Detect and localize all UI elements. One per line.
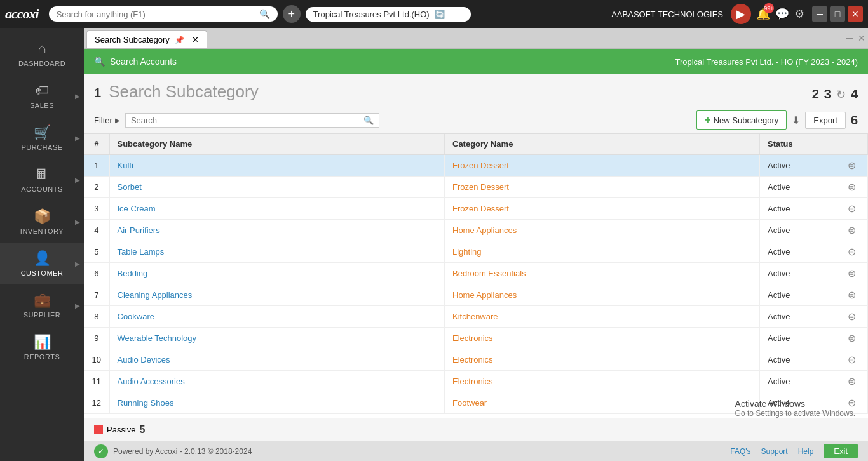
table-row[interactable]: 3 Ice Cream Frozen Dessert Active ⊜ [84,198,868,220]
table-row[interactable]: 11 Audio Accessories Electronics Active … [84,371,868,392]
cell-actions[interactable]: ⊜ [836,328,868,349]
tab-search-subcategory[interactable]: Search Subcategory 📌 ✕ [86,30,207,48]
cell-actions[interactable]: ⊜ [836,392,868,414]
row-menu-icon[interactable]: ⊜ [848,203,856,214]
cell-subcategory[interactable]: Audio Accessories [109,371,445,392]
table-search-wrap[interactable]: 🔍 [125,113,379,128]
row-menu-icon[interactable]: ⊜ [848,290,856,300]
sidebar-item-customer[interactable]: 👤 CUSTOMER ▶ [0,243,84,284]
refresh-page-icon[interactable]: ↻ [836,88,846,102]
cell-actions[interactable]: ⊜ [836,220,868,241]
search-accounts-btn[interactable]: 🔍 Search Accounts [94,57,177,67]
chat-icon[interactable]: 💬 [775,7,789,21]
table-row[interactable]: 4 Air Purifiers Home Appliances Active ⊜ [84,220,868,241]
help-link[interactable]: Help [798,447,814,456]
cell-actions[interactable]: ⊜ [836,154,868,177]
sidebar-label-dashboard: DASHBOARD [18,60,65,67]
cell-actions[interactable]: ⊜ [836,263,868,284]
cell-category[interactable]: Kitchenware [445,306,760,328]
minimize-button[interactable]: ─ [812,6,827,22]
sidebar-item-inventory[interactable]: 📦 INVENTORY ▶ [0,201,84,243]
export-button[interactable]: Export [805,112,846,129]
row-menu-icon[interactable]: ⊜ [848,376,856,387]
download-icon[interactable]: ⬇ [792,114,800,126]
cell-actions[interactable]: ⊜ [836,198,868,220]
settings-icon[interactable]: ⚙ [794,7,804,21]
cell-category[interactable]: Electronics [445,349,760,371]
cell-subcategory[interactable]: Ice Cream [109,198,445,220]
table-row[interactable]: 7 Cleaning Appliances Home Appliances Ac… [84,284,868,306]
tutorial-num-1: 1 [94,86,101,100]
faqs-link[interactable]: FAQ's [730,447,750,456]
company-selector[interactable]: Tropical Treasures Pvt Ltd.(HO) 🔄 [306,7,471,22]
global-search-input[interactable] [57,10,255,19]
cell-subcategory[interactable]: Sorbet [109,177,445,198]
new-subcategory-button[interactable]: + New Subcategory [696,110,787,130]
cell-category[interactable]: Lighting [445,241,760,263]
cell-actions[interactable]: ⊜ [836,241,868,263]
cell-category[interactable]: Bedroom Essentials [445,263,760,284]
cell-subcategory[interactable]: Table Lamps [109,241,445,263]
cell-subcategory[interactable]: Air Purifiers [109,220,445,241]
cell-subcategory[interactable]: Running Shoes [109,392,445,414]
table-row[interactable]: 10 Audio Devices Electronics Active ⊜ [84,349,868,371]
table-row[interactable]: 2 Sorbet Frozen Dessert Active ⊜ [84,177,868,198]
topbar: accoxi 🔍 + Tropical Treasures Pvt Ltd.(H… [0,0,868,28]
row-menu-icon[interactable]: ⊜ [848,311,856,322]
cell-actions[interactable]: ⊜ [836,371,868,392]
cell-subcategory[interactable]: Cookware [109,306,445,328]
maximize-button[interactable]: □ [830,6,845,22]
tab-close-btn[interactable]: ✕ [858,33,865,43]
sidebar-item-accounts[interactable]: 🖩 ACCOUNTS ▶ [0,159,84,201]
row-menu-icon[interactable]: ⊜ [848,182,856,192]
notification-icon[interactable]: 🔔 99+ [756,7,770,21]
table-row[interactable]: 5 Table Lamps Lighting Active ⊜ [84,241,868,263]
cell-category[interactable]: Home Appliances [445,284,760,306]
table-row[interactable]: 8 Cookware Kitchenware Active ⊜ [84,306,868,328]
exit-button[interactable]: Exit [824,444,858,458]
row-menu-icon[interactable]: ⊜ [848,268,856,279]
sidebar-item-purchase[interactable]: 🛒 PURCHASE ▶ [0,117,84,159]
support-link[interactable]: Support [761,447,788,456]
cell-category[interactable]: Footwear [445,392,760,414]
cell-actions[interactable]: ⊜ [836,284,868,306]
table-row[interactable]: 9 Wearable Technology Electronics Active… [84,328,868,349]
row-menu-icon[interactable]: ⊜ [848,160,856,171]
filter-button[interactable]: Filter ▶ [94,116,120,125]
add-button[interactable]: + [283,5,301,23]
table-row[interactable]: 6 Bedding Bedroom Essentials Active ⊜ [84,263,868,284]
cell-subcategory[interactable]: Kulfi [109,154,445,177]
table-row[interactable]: 12 Running Shoes Footwear Active ⊜ [84,392,868,414]
cell-actions[interactable]: ⊜ [836,306,868,328]
cell-category[interactable]: Electronics [445,371,760,392]
refresh-icon[interactable]: 🔄 [435,10,445,19]
row-menu-icon[interactable]: ⊜ [848,354,856,365]
row-menu-icon[interactable]: ⊜ [848,333,856,344]
cell-category[interactable]: Frozen Dessert [445,198,760,220]
cell-category[interactable]: Home Appliances [445,220,760,241]
cell-subcategory[interactable]: Bedding [109,263,445,284]
global-search-bar[interactable]: 🔍 [49,6,278,22]
cell-category[interactable]: Frozen Dessert [445,154,760,177]
cell-actions[interactable]: ⊜ [836,177,868,198]
cell-actions[interactable]: ⊜ [836,349,868,371]
table-search-input[interactable] [131,116,360,125]
cell-subcategory[interactable]: Cleaning Appliances [109,284,445,306]
cell-subcategory[interactable]: Wearable Technology [109,328,445,349]
tab-close-icon[interactable]: ✕ [192,35,199,44]
row-menu-icon[interactable]: ⊜ [848,398,856,408]
sidebar-item-dashboard[interactable]: ⌂ DASHBOARD [0,33,84,75]
sidebar-item-reports[interactable]: 📊 REPORTS [0,326,84,368]
cell-category[interactable]: Frozen Dessert [445,177,760,198]
global-search-icon[interactable]: 🔍 [259,9,270,19]
close-button[interactable]: ✕ [848,6,863,22]
sidebar-item-supplier[interactable]: 💼 SUPPLIER ▶ [0,284,84,326]
table-row[interactable]: 1 Kulfi Frozen Dessert Active ⊜ [84,154,868,177]
sidebar-item-sales[interactable]: 🏷 SALES ▶ [0,75,84,117]
row-menu-icon[interactable]: ⊜ [848,225,856,236]
cell-subcategory[interactable]: Audio Devices [109,349,445,371]
tab-minimize-icon[interactable]: ─ [846,33,853,43]
cell-category[interactable]: Electronics [445,328,760,349]
table-search-icon[interactable]: 🔍 [363,116,374,125]
row-menu-icon[interactable]: ⊜ [848,246,856,257]
